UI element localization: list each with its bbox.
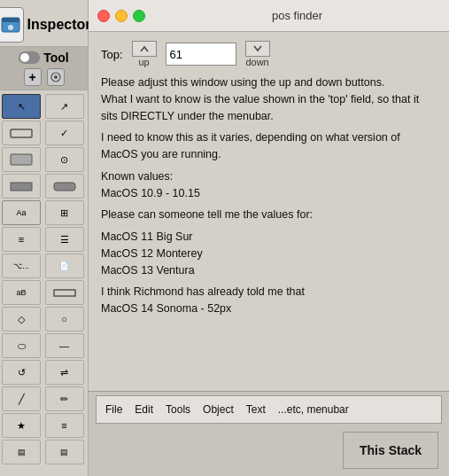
menubar-file[interactable]: File	[100, 402, 128, 417]
minimize-button[interactable]	[115, 10, 128, 22]
tool-lines2[interactable]: ☰	[45, 227, 84, 252]
menubar-object[interactable]: Object	[197, 402, 239, 417]
tool-diamond[interactable]: ◇	[2, 307, 41, 332]
tool-star[interactable]: ★	[2, 413, 41, 438]
settings-tool-button[interactable]	[47, 68, 65, 86]
tool-arrows[interactable]: ⇌	[45, 360, 84, 385]
menubar-edit[interactable]: Edit	[129, 402, 159, 417]
tool-text2[interactable]: aB	[2, 280, 41, 305]
tool-rect3[interactable]	[2, 174, 41, 199]
menubar-strip: File Edit Tools Object Text ...etc, menu…	[96, 395, 442, 424]
paragraph3: Known values:MacOS 10.9 - 10.15	[101, 168, 437, 202]
tool-circle[interactable]: ⊙	[45, 147, 84, 172]
tool-label: Tool	[43, 51, 69, 65]
tool-rect5[interactable]	[45, 280, 84, 305]
traffic-lights	[97, 10, 145, 22]
menubar-etc[interactable]: ...etc, menubar	[273, 402, 354, 417]
add-tool-button[interactable]: +	[24, 68, 42, 86]
top-label: Top:	[101, 48, 123, 61]
tool-bar: Tool +	[0, 47, 88, 90]
main-content: pos finder Top: up down Please adjust th…	[89, 0, 449, 476]
svg-rect-5	[11, 129, 32, 137]
tools-grid: ↖ ↗ ✓ ⊙ Aa ⊞ ≡ ☰ ⌥... 📄 aB ◇ ○ ⬭ — ↺ ⇌ ╱…	[0, 90, 88, 468]
tool-arrow[interactable]: ↖	[2, 94, 41, 119]
window-title: pos finder	[154, 9, 440, 22]
tool-toggle[interactable]	[19, 51, 40, 64]
paragraph4: Please can someone tell me the values fo…	[101, 207, 437, 223]
content-area: Top: up down Please adjust this window u…	[89, 32, 449, 391]
down-label: down	[245, 57, 268, 67]
tool-rotate[interactable]: ↺	[2, 360, 41, 385]
svg-rect-7	[11, 183, 32, 191]
top-value-input[interactable]	[166, 43, 236, 66]
app-icon	[0, 7, 24, 43]
top-row: Top: up down	[101, 41, 437, 67]
svg-point-4	[54, 75, 58, 79]
tool-line[interactable]: —	[45, 333, 84, 358]
tool-grid[interactable]: ⊞	[45, 200, 84, 225]
menubar-tools[interactable]: Tools	[160, 402, 196, 417]
svg-rect-1	[2, 18, 19, 22]
tool-img1[interactable]: ▤	[2, 440, 41, 464]
tool-rect4[interactable]	[45, 174, 84, 199]
paragraph2: I need to know this as it varies, depend…	[101, 129, 437, 163]
sidebar-title: Inspector	[27, 17, 91, 33]
title-bar: pos finder	[89, 0, 449, 32]
tool-circle2[interactable]: ○	[45, 307, 84, 332]
tool-label[interactable]: Aa	[2, 200, 41, 225]
tool-img2[interactable]: ▤	[45, 440, 84, 464]
tool-file[interactable]: 📄	[45, 254, 84, 278]
svg-point-2	[8, 25, 13, 30]
tool-arrow-alt[interactable]: ↗	[45, 94, 84, 119]
up-arrow-button[interactable]	[132, 41, 157, 57]
svg-rect-9	[54, 290, 75, 296]
paragraph1: Please adjust this window using the up a…	[101, 74, 437, 124]
tool-rect[interactable]	[2, 121, 41, 145]
svg-rect-8	[54, 183, 75, 191]
fullscreen-button[interactable]	[133, 10, 145, 22]
svg-rect-6	[11, 154, 32, 165]
up-label: up	[138, 57, 149, 67]
tool-check[interactable]: ✓	[45, 121, 84, 145]
menubar-text[interactable]: Text	[241, 402, 271, 417]
close-button[interactable]	[97, 10, 110, 22]
tool-diagonal[interactable]: ╱	[2, 386, 41, 411]
this-stack-label: This Stack	[343, 432, 438, 469]
tool-list[interactable]: ≡	[45, 413, 84, 438]
down-arrow-button[interactable]	[245, 41, 270, 57]
tool-oval[interactable]: ⬭	[2, 333, 41, 358]
sidebar: Inspector Tool + ↖ ↗ ✓ ⊙ Aa ⊞ ≡ ☰ ⌥..	[0, 0, 89, 476]
paragraph5: MacOS 11 Big SurMacOS 12 MontereyMacOS 1…	[101, 229, 437, 278]
tool-opt[interactable]: ⌥...	[2, 254, 41, 278]
tool-rect2[interactable]	[2, 147, 41, 172]
tool-lines[interactable]: ≡	[2, 227, 41, 252]
tool-pencil[interactable]: ✏	[45, 386, 84, 411]
sidebar-header: Inspector	[0, 0, 88, 47]
paragraph6: I think Richmond has already told me tha…	[101, 284, 437, 317]
bottom-section: File Edit Tools Object Text ...etc, menu…	[89, 391, 449, 476]
